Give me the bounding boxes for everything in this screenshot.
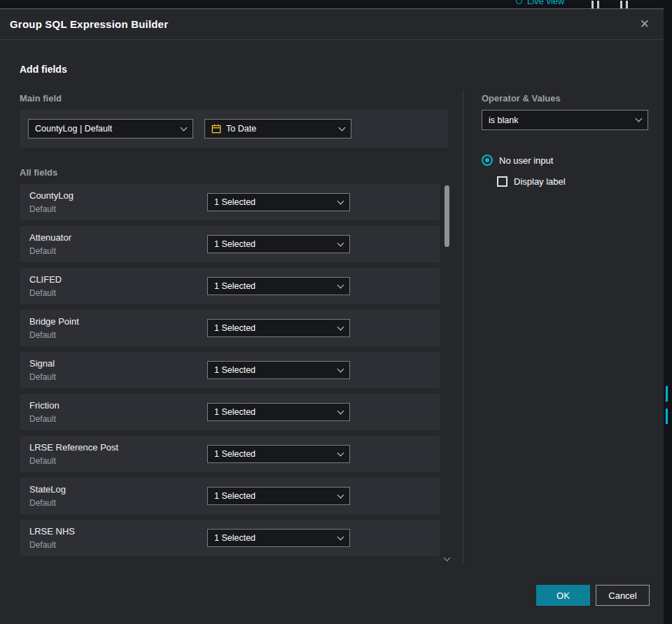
field-selection-value: 1 Selected [214, 239, 332, 249]
field-selection-value: 1 Selected [214, 323, 332, 333]
live-view-label: Live view [527, 0, 564, 6]
field-subtitle: Default [29, 414, 56, 424]
field-selection-dropdown[interactable]: 1 Selected [207, 235, 350, 253]
chevron-down-icon [337, 407, 344, 414]
display-label-option[interactable]: Display label [497, 176, 566, 187]
field-subtitle: Default [29, 372, 56, 382]
chevron-down-icon [337, 323, 344, 330]
field-selection-value: 1 Selected [214, 533, 332, 543]
field-row: FrictionDefault1 Selected [20, 394, 440, 430]
field-row: LRSE NHSDefault1 Selected [20, 520, 440, 556]
add-fields-heading: Add fields [20, 64, 67, 75]
field-row: SignalDefault1 Selected [20, 352, 440, 388]
close-button[interactable]: ✕ [636, 15, 654, 33]
field-name: LRSE Reference Post [29, 442, 118, 453]
calendar-icon [211, 124, 221, 134]
field-selection-value: 1 Selected [214, 407, 332, 417]
field-row: AttenuatorDefault1 Selected [20, 226, 440, 262]
field-selection-dropdown[interactable]: 1 Selected [207, 487, 350, 505]
chevron-down-icon [337, 449, 344, 456]
date-field-value: To Date [226, 124, 334, 134]
field-name: Friction [29, 400, 59, 411]
field-name: StateLog [29, 484, 66, 495]
field-row: CLIFEDDefault1 Selected [20, 268, 440, 304]
toolbar-bars-icon [592, 0, 603, 8]
checkbox-unchecked-icon [497, 176, 507, 187]
field-subtitle: Default [29, 540, 56, 550]
chevron-down-icon [337, 197, 344, 204]
field-name: Attenuator [29, 232, 71, 243]
background-toolbar: Live view [0, 0, 672, 8]
group-sql-expression-builder-dialog: Group SQL Expression Builder ✕ Add field… [0, 8, 664, 624]
field-subtitle: Default [29, 456, 56, 466]
chevron-down-icon [636, 115, 643, 122]
field-selection-value: 1 Selected [214, 365, 332, 375]
field-name: Signal [29, 358, 55, 369]
field-name: CLIFED [29, 274, 62, 285]
ok-button[interactable]: OK [536, 585, 590, 606]
chevron-down-icon [339, 124, 346, 131]
field-row: StateLogDefault1 Selected [20, 478, 440, 514]
field-row: LRSE Reference PostDefault1 Selected [20, 436, 440, 472]
main-field-value: CountyLog | Default [35, 124, 176, 134]
field-selection-dropdown[interactable]: 1 Selected [207, 403, 350, 421]
main-field-dropdown[interactable]: CountyLog | Default [28, 119, 193, 139]
date-field-dropdown[interactable]: To Date [204, 119, 351, 139]
all-fields-label: All fields [20, 167, 57, 178]
field-row: Bridge PointDefault1 Selected [20, 310, 440, 346]
field-subtitle: Default [29, 204, 56, 214]
dialog-title: Group SQL Expression Builder [10, 18, 168, 30]
field-selection-value: 1 Selected [214, 491, 332, 501]
chevron-down-icon [181, 124, 188, 131]
chevron-down-icon [337, 491, 344, 498]
background-accent-mark [666, 386, 668, 402]
dialog-footer: OK Cancel [536, 585, 650, 606]
all-fields-list: CountyLogDefault1 SelectedAttenuatorDefa… [20, 184, 440, 556]
column-divider [463, 90, 463, 565]
scrollbar-thumb[interactable] [444, 185, 449, 247]
field-selection-dropdown[interactable]: 1 Selected [207, 277, 350, 295]
cancel-button[interactable]: Cancel [596, 585, 650, 606]
field-selection-dropdown[interactable]: 1 Selected [207, 193, 350, 211]
fields-list-scrollbar[interactable] [443, 184, 451, 562]
operator-value: is blank [489, 115, 631, 125]
display-label-text: Display label [514, 176, 566, 187]
close-icon: ✕ [640, 17, 650, 31]
chevron-down-icon [337, 533, 344, 540]
field-subtitle: Default [29, 330, 56, 340]
field-name: LRSE NHS [29, 526, 75, 537]
background-accent-mark [666, 409, 668, 424]
operator-values-label: Operator & Values [482, 93, 561, 104]
field-selection-value: 1 Selected [214, 449, 332, 459]
chevron-down-icon [337, 239, 344, 246]
chevron-down-icon [337, 281, 344, 288]
background-right-edge [664, 8, 672, 624]
field-selection-dropdown[interactable]: 1 Selected [207, 319, 350, 337]
field-subtitle: Default [29, 288, 56, 298]
field-subtitle: Default [29, 246, 56, 256]
field-selection-dropdown[interactable]: 1 Selected [207, 529, 350, 547]
field-selection-value: 1 Selected [214, 197, 332, 207]
radio-selected-icon [482, 155, 493, 166]
main-field-label: Main field [20, 93, 62, 104]
no-user-input-label: No user input [499, 155, 553, 166]
field-selection-dropdown[interactable]: 1 Selected [207, 445, 350, 463]
dialog-header: Group SQL Expression Builder ✕ [0, 9, 664, 40]
live-view-icon [516, 0, 522, 4]
field-subtitle: Default [29, 498, 56, 508]
dialog-body: Add fields Main field CountyLog | Defaul… [0, 40, 664, 624]
field-name: Bridge Point [29, 316, 79, 327]
operator-dropdown[interactable]: is blank [482, 110, 648, 130]
main-field-panel: CountyLog | Default To Date [20, 110, 448, 148]
field-selection-value: 1 Selected [214, 281, 332, 291]
toolbar-bars-icon [620, 0, 631, 8]
field-name: CountyLog [29, 190, 74, 201]
field-selection-dropdown[interactable]: 1 Selected [207, 361, 350, 379]
scroll-down-icon[interactable] [444, 555, 451, 562]
field-row: CountyLogDefault1 Selected [20, 184, 440, 220]
chevron-down-icon [337, 365, 344, 372]
no-user-input-option[interactable]: No user input [482, 155, 553, 166]
